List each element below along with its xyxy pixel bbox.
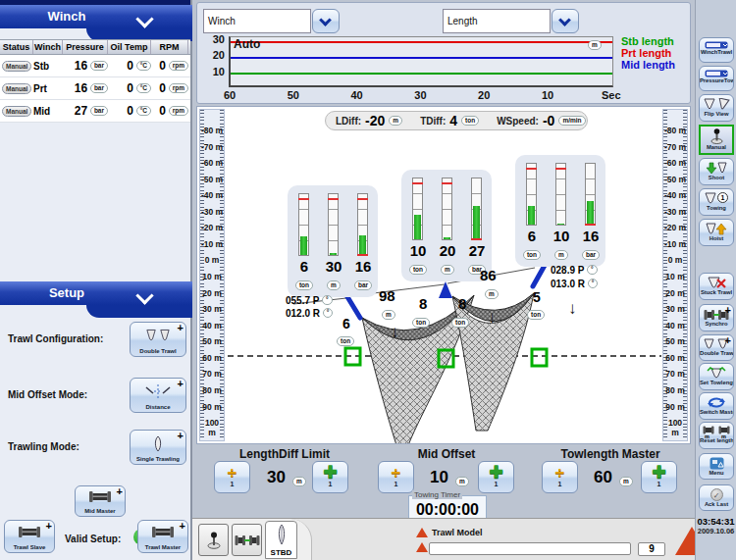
ruler-label: 100 m (663, 418, 687, 437)
trawling-mode-button[interactable]: + Single Trawling (130, 430, 186, 465)
ton-unit: ton (337, 336, 354, 346)
diff-status-strip: LDiff: -20 m TDiff: 4 ton WSpeed: -0 m/m… (325, 111, 588, 130)
distance-icon (131, 382, 185, 400)
length-select-dropdown-button[interactable] (552, 9, 579, 33)
mid-master-button[interactable]: + Mid Master (75, 485, 126, 517)
ruler-label: -20 m (200, 223, 224, 232)
trawl-master-label: Trawl Master (138, 544, 187, 550)
ton-unit: ton (527, 310, 545, 320)
trawl-slave-label: Trawl Slave (5, 544, 54, 550)
trawling-mode-value: Single Trawling (131, 456, 185, 462)
sidebar-manual-button[interactable]: Manual (699, 125, 734, 155)
bar-unit: bar (582, 250, 600, 260)
table-row-prt: Manual Prt 16 bar 0 °C 0 rpm (0, 77, 190, 100)
stbd-tab[interactable]: STBD (265, 521, 297, 559)
deg-unit: ° (587, 265, 598, 275)
sidebar-pressuretowle-button[interactable]: PressureTowle (699, 66, 734, 91)
trawl-configuration-button[interactable]: + Double Trawl (130, 322, 186, 357)
sidebar-set-towlength-button[interactable]: Set Towlength (699, 363, 734, 390)
mini-dropdown-icon (705, 41, 728, 49)
m-unit: m (554, 250, 568, 260)
lengthdiff-decrease-button[interactable]: ÷1 (214, 461, 250, 493)
chevron-down-icon[interactable] (135, 10, 153, 27)
wing-right-tension: 8 (458, 295, 466, 312)
mid-offset-decrease-button[interactable]: ÷1 (378, 461, 414, 493)
rpm-value: 0 (159, 81, 166, 95)
ruler-label: -40 m (663, 190, 687, 200)
ruler-label: 60 m (200, 353, 224, 363)
ton-unit: ton (295, 280, 313, 290)
sidebar-double-trawl-button[interactable]: + Double Trawl (699, 334, 734, 361)
winch-panel-header[interactable]: Winch (0, 5, 192, 28)
winch-name: Mid (33, 106, 63, 117)
winch-select[interactable]: Winch (203, 9, 311, 33)
m-unit: m (455, 477, 469, 486)
ruler-label: 20 m (663, 288, 687, 298)
prt-pressure-value: 16 (348, 258, 378, 275)
length-select[interactable]: Length (443, 9, 551, 33)
legend-item: Mid length (621, 59, 675, 71)
rpm-unit: rpm (169, 106, 188, 116)
status-badge[interactable]: Manual (2, 83, 31, 94)
sidebar-stuck-trawl-button[interactable]: Stuck Trawl (699, 273, 734, 300)
x-tick-label: 60 (224, 89, 236, 101)
mid-offset-mode-button[interactable]: + Distance (130, 378, 186, 413)
port-door-pitch: 055.7 P ° (286, 295, 333, 306)
wspeed-unit: m/min (558, 116, 585, 126)
mid-offset-increase-button[interactable]: ✚1 (478, 461, 514, 493)
ruler-label: 0 m (200, 255, 224, 265)
joystick-icon (206, 532, 222, 549)
m-unit: m (619, 477, 633, 486)
ldiff-unit: m (389, 116, 402, 126)
sidebar-menu-button[interactable]: Menu (699, 453, 734, 480)
x-tick-label: 20 (478, 89, 490, 101)
prt-gauge-cluster: 6 30 16 ton m bar (288, 185, 378, 297)
trawl-master-button[interactable]: + Trawl Master (137, 520, 188, 553)
ruler-label: -80 m (663, 126, 687, 135)
joystick-mode-button[interactable] (198, 524, 229, 556)
hoist-icon (706, 223, 727, 235)
ruler-label: -60 m (200, 158, 224, 168)
setup-panel-header[interactable]: Setup (0, 281, 192, 305)
mid-offset-title: Mid Offset (418, 447, 476, 461)
winch-pair-icon (235, 534, 260, 547)
sidebar-hoist-button[interactable]: Hoist (699, 219, 734, 246)
ruler-label: 100 m (200, 418, 224, 437)
towlength-increase-button[interactable]: ✚1 (641, 461, 677, 493)
chevron-down-icon[interactable] (135, 286, 153, 304)
sink-arrow-icon: ↓ (391, 323, 399, 342)
left-panel: Winch Status Winch Pressure Oil Temp RPM… (0, 0, 192, 560)
trawl-configuration-label: Trawl Configuration: (8, 333, 103, 344)
winch-select-dropdown-button[interactable] (312, 9, 340, 33)
status-badge[interactable]: Manual (2, 61, 31, 72)
winch-synchro-button[interactable] (232, 524, 262, 556)
stb-door-tension: 5 (533, 289, 541, 305)
sidebar-winchtrawl-button[interactable]: WinchTrawl (699, 37, 734, 63)
ruler-label: 70 m (663, 369, 687, 379)
sidebar-towing-button[interactable]: 1 Towing (699, 188, 734, 216)
towlength-decrease-button[interactable]: ÷1 (542, 461, 578, 493)
col-winch: Winch (33, 40, 63, 54)
m-unit: m (327, 280, 341, 290)
mid-pressure-gauge (471, 178, 482, 240)
pressure-value: 16 (75, 81, 87, 95)
sidebar-synchro-button[interactable]: + Synchro (699, 304, 734, 331)
trawl-slave-button[interactable]: + Trawl Slave (4, 520, 55, 553)
ruler-label: 70 m (200, 369, 224, 379)
span-left-value: 98 (379, 287, 395, 304)
winch-table: Status Winch Pressure Oil Temp RPM Manua… (0, 39, 190, 123)
winch-panel-title: Winch (0, 9, 133, 24)
status-badge[interactable]: Manual (2, 106, 31, 117)
pressure-unit: bar (90, 83, 108, 93)
rpm-unit: rpm (169, 83, 188, 93)
tdiff-label: TDiff: (420, 116, 446, 127)
sidebar-ack-last-button[interactable]: ✓ Ack Last (699, 484, 734, 511)
lengthdiff-increase-button[interactable]: ✚1 (312, 461, 348, 493)
sidebar-switch-master-button[interactable]: Switch Master (699, 392, 734, 420)
switch-master-icon (707, 396, 726, 409)
sidebar-shoot-button[interactable]: Shoot (699, 158, 734, 185)
sidebar-flip-view-button[interactable]: Flip View (699, 94, 734, 122)
sidebar-reset-length-button[interactable]: m m Reset length (699, 422, 734, 449)
ruler-label: 10 m (663, 272, 687, 281)
reset-length-m: m (721, 433, 726, 439)
